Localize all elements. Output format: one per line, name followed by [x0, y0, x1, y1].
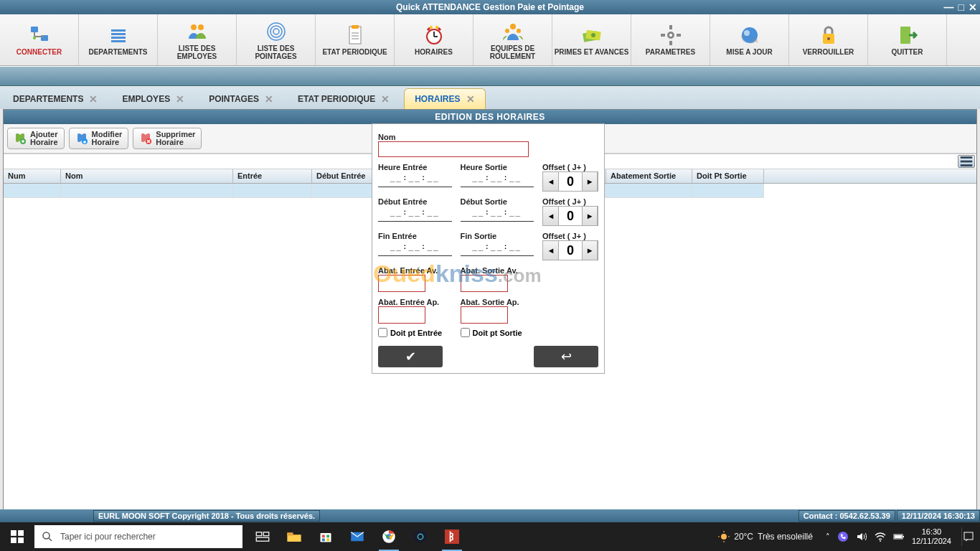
- sub-edit-button[interactable]: ModifierHoraire: [69, 128, 129, 149]
- minimize-button[interactable]: —: [944, 1, 954, 13]
- abat-entree-ap-input[interactable]: [378, 306, 425, 324]
- toolbar-money[interactable]: PRIMES ET AVANCES: [552, 14, 631, 65]
- tab-departements[interactable]: DEPARTEMENTS✕: [3, 89, 108, 109]
- heure-entree-input[interactable]: __:__:__: [378, 171, 452, 187]
- tray-chevron-icon[interactable]: ˄: [826, 532, 830, 542]
- heure-sortie-input[interactable]: __:__:__: [461, 171, 534, 187]
- toolbar-label: ETAT PERIODIQUE: [322, 48, 387, 56]
- toolbar-label: PARAMETRES: [646, 48, 695, 56]
- offset2-inc[interactable]: ▸: [582, 207, 598, 225]
- cancel-button[interactable]: ↩: [534, 346, 598, 367]
- battery-icon[interactable]: [893, 531, 905, 542]
- taskbar-clock[interactable]: 16:30 12/11/2024: [912, 527, 951, 546]
- debut-entree-input[interactable]: __:__:__: [378, 206, 452, 222]
- notifications-icon[interactable]: [961, 527, 974, 546]
- app2-icon[interactable]: [436, 522, 468, 551]
- app1-icon[interactable]: [405, 522, 436, 551]
- status-datetime: 12/11/2024 16:30:13: [897, 510, 980, 522]
- viber-icon[interactable]: [837, 531, 849, 542]
- col-header[interactable]: Num: [4, 169, 61, 183]
- tab-etat periodique[interactable]: ETAT PERIODIQUE✕: [288, 89, 400, 109]
- toolbar-label: MISE A JOUR: [726, 48, 772, 56]
- col-header[interactable]: Nom: [61, 169, 233, 183]
- sun-icon: [718, 531, 730, 542]
- svg-point-22: [510, 24, 516, 29]
- offset3-value: 0: [559, 241, 582, 260]
- fin-sortie-input[interactable]: __:__:__: [461, 240, 534, 256]
- abat-sortie-ap-input[interactable]: [461, 306, 508, 324]
- toolbar-departments[interactable]: DEPARTEMENTS: [79, 14, 158, 65]
- abat-entree-av-input[interactable]: [378, 275, 425, 292]
- svg-point-21: [435, 26, 438, 29]
- sub-delete-button[interactable]: SupprimerHoraire: [133, 128, 202, 149]
- toolbar-label: LISTE DES POINTAGES: [238, 44, 314, 60]
- tab-pointages[interactable]: POINTAGES✕: [199, 89, 283, 109]
- svg-rect-12: [349, 27, 361, 44]
- toolbar-fingerprint[interactable]: LISTE DES POINTAGES: [237, 14, 316, 65]
- toolbar-label: LISTE DES EMPLOYES: [159, 44, 235, 60]
- offset1-dec[interactable]: ◂: [543, 172, 559, 191]
- debut-sortie-input[interactable]: __:__:__: [461, 206, 534, 222]
- toolbar-exit[interactable]: QUITTER: [868, 14, 947, 65]
- task-view-icon[interactable]: [247, 522, 278, 551]
- offset3-spinner[interactable]: ◂0▸: [542, 240, 598, 260]
- confirm-button[interactable]: ✔: [378, 346, 443, 367]
- start-button[interactable]: [0, 522, 34, 551]
- tab-horaires[interactable]: HORAIRES✕: [404, 88, 485, 109]
- offset3-dec[interactable]: ◂: [543, 241, 559, 260]
- tab-label: DEPARTEMENTS: [13, 94, 83, 104]
- departments-icon: [104, 24, 133, 47]
- store-icon[interactable]: [310, 522, 341, 551]
- sub-add-button[interactable]: AjouterHoraire: [7, 128, 65, 149]
- doit-entree-checkbox[interactable]: [378, 328, 387, 337]
- tab-close-icon[interactable]: ✕: [466, 93, 475, 105]
- column-config-button[interactable]: [958, 155, 975, 168]
- tab-close-icon[interactable]: ✕: [89, 93, 98, 105]
- tab-close-icon[interactable]: ✕: [381, 93, 390, 105]
- toolbar-team[interactable]: EQUIPES DE ROULEMENT: [473, 14, 552, 65]
- offset1-spinner[interactable]: ◂0▸: [542, 171, 598, 192]
- toolbar-employees[interactable]: LISTE DES EMPLOYES: [158, 14, 237, 65]
- svg-rect-38: [900, 27, 910, 44]
- abat-sortie-av-input[interactable]: [461, 275, 508, 292]
- toolbar-connect[interactable]: CONNECTER: [0, 14, 79, 65]
- tab-close-icon[interactable]: ✕: [176, 93, 184, 105]
- nom-input[interactable]: [378, 141, 529, 157]
- toolbar-report[interactable]: ETAT PERIODIQUE: [316, 14, 395, 65]
- taskbar-search[interactable]: Taper ici pour rechercher: [34, 525, 242, 548]
- toolbar-update[interactable]: MISE A JOUR: [710, 14, 789, 65]
- offset2-dec[interactable]: ◂: [543, 207, 559, 225]
- toolbar-clock[interactable]: HORAIRES: [395, 14, 473, 65]
- col-header[interactable]: Entrée: [233, 169, 312, 183]
- toolbar-label: VERROUILLER: [803, 48, 854, 56]
- main-toolbar: CONNECTERDEPARTEMENTSLISTE DES EMPLOYESL…: [0, 14, 980, 66]
- maximize-button[interactable]: □: [958, 1, 964, 13]
- volume-icon[interactable]: [856, 531, 867, 542]
- close-button[interactable]: ✕: [969, 1, 977, 13]
- offset2-spinner[interactable]: ◂0▸: [542, 206, 598, 226]
- offset2-value: 0: [559, 207, 582, 225]
- explorer-icon[interactable]: [278, 522, 310, 551]
- weather-widget[interactable]: 20°C Très ensoleillé: [718, 531, 813, 542]
- connect-icon: [25, 24, 54, 47]
- svg-point-7: [191, 24, 197, 30]
- svg-point-66: [721, 534, 727, 540]
- mail-icon[interactable]: [341, 522, 373, 551]
- fin-entree-input[interactable]: __:__:__: [378, 240, 452, 256]
- toolbar-settings[interactable]: PARAMETRES: [631, 14, 710, 65]
- wifi-icon[interactable]: [875, 531, 886, 542]
- col-header[interactable]: Abatement Sortie: [606, 169, 692, 183]
- offset1-inc[interactable]: ▸: [582, 172, 598, 191]
- svg-point-63: [414, 530, 427, 543]
- col-header[interactable]: Doit Pt Sortie: [692, 169, 764, 183]
- tab-close-icon[interactable]: ✕: [265, 93, 273, 105]
- toolbar-lock[interactable]: VERROUILLER: [789, 14, 868, 65]
- doit-sortie-checkbox[interactable]: [461, 328, 470, 337]
- chrome-icon[interactable]: [373, 522, 405, 551]
- fin-sortie-label: Fin Sortie: [461, 232, 534, 240]
- offset3-inc[interactable]: ▸: [582, 241, 598, 260]
- heure-entree-label: Heure Entrée: [378, 163, 452, 171]
- offset3-label: Offset ( J+ ): [542, 232, 598, 240]
- tab-employes[interactable]: EMPLOYES✕: [112, 89, 194, 109]
- toolbar-label: EQUIPES DE ROULEMENT: [475, 44, 550, 60]
